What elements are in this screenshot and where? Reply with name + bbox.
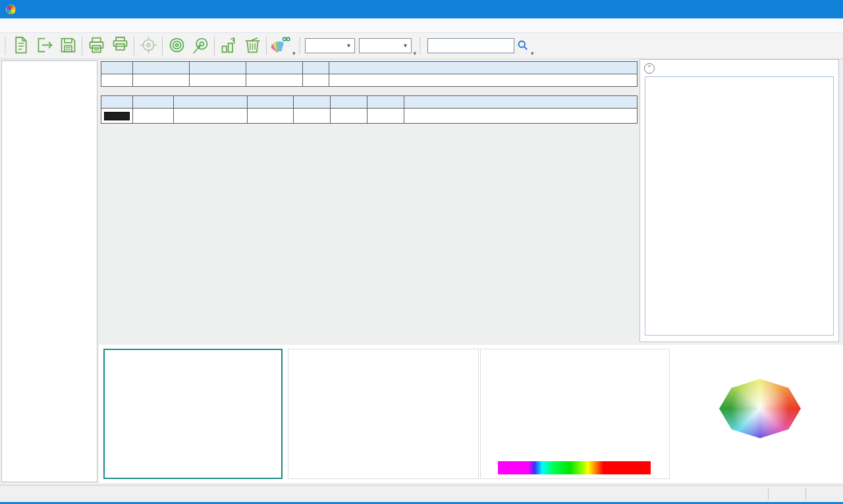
app-window: ▾ ▼ ▼ ▾ ▾ [0,0,843,504]
color-difference-panel: ⌃ [639,59,839,342]
delta-ab-scatter-chart [103,349,283,479]
toolbar-separator [214,37,215,55]
app-logo-icon [6,5,16,14]
minimize-button[interactable] [756,0,785,18]
new-document-icon [11,36,30,57]
save-icon [59,36,78,57]
sample-tree [1,61,97,482]
toolbar-overflow-icon[interactable]: ▾ [414,50,417,57]
standard-row[interactable] [101,109,638,124]
print-icon [87,36,106,57]
close-button[interactable] [814,0,843,18]
calibrate-target-button[interactable] [136,34,160,58]
toolbar-separator [266,37,267,55]
statistics-chart-icon [219,36,238,57]
chevron-down-icon: ▼ [346,43,352,49]
toolbar-grip[interactable] [419,38,422,55]
new-document-button[interactable] [9,34,32,58]
lab-gamut-chart [671,346,842,480]
save-button[interactable] [56,34,80,58]
calibrate-target-icon [139,36,158,57]
print-word-button[interactable] [108,34,132,58]
charts-row [99,345,843,483]
reflectance-chart [480,349,670,479]
collapse-panel-button[interactable]: ⌃ [644,63,655,74]
export-icon [35,36,54,57]
maximize-button[interactable] [785,0,814,18]
status-separator [805,488,806,500]
standard-table [101,95,638,124]
main-content: ⌃ [0,59,843,485]
statistics-chart-button[interactable] [217,34,240,58]
spectrum-color-bar [498,461,651,474]
color-card-match-icon [271,36,290,57]
measure-standard-button[interactable] [165,34,188,58]
title-bar [0,0,843,18]
toolbar: ▾ ▼ ▼ ▾ ▾ [0,33,843,59]
delete-trash-icon [243,36,262,57]
toolbar-separator [134,37,134,55]
color-card-match-button[interactable] [269,34,292,58]
table-header-row [101,62,638,74]
gamut-color-octagon [719,379,801,438]
tolerance-row[interactable] [101,74,638,87]
illuminant-observer-select[interactable]: ▼ [359,38,412,53]
measure-sample-button[interactable] [188,34,212,58]
measure-sample-icon [191,36,210,57]
chevron-up-icon: ⌃ [647,65,652,71]
delta-e-trend-chart [288,349,479,479]
menu-bar [0,18,843,33]
print-word-icon [111,36,130,57]
status-separator [768,488,769,500]
export-button[interactable] [32,34,56,58]
search-input[interactable] [427,38,514,53]
toolbar-grip[interactable] [4,38,7,55]
search-icon[interactable] [517,39,528,53]
toolbar-overflow-icon[interactable]: ▾ [292,50,296,57]
print-button[interactable] [84,34,108,58]
color-swatch [104,112,130,120]
status-bar [0,485,843,504]
table-header-row [101,96,638,109]
tolerance-table [101,61,638,87]
toolbar-separator [162,37,163,55]
toolbar-overflow-icon[interactable]: ▾ [531,50,534,57]
toolbar-grip[interactable] [298,38,302,55]
chevron-down-icon: ▼ [403,43,408,49]
sci-mode-select[interactable]: ▼ [305,38,355,53]
measure-standard-icon [167,36,186,57]
toolbar-separator [82,37,82,55]
delete-trash-button[interactable] [240,34,264,58]
